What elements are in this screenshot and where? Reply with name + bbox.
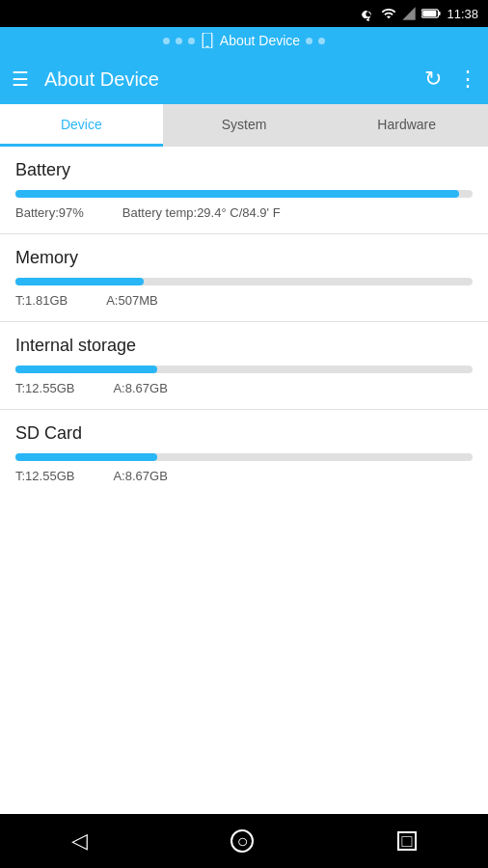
memory-progress-container: [15, 278, 473, 285]
internal-storage-stat-1: T:12.55GB: [15, 381, 74, 395]
svg-rect-2: [423, 11, 437, 16]
memory-section: Memory T:1.81GB A:507MB: [0, 234, 488, 322]
pager-bar: About Device: [0, 27, 488, 54]
tabs-bar: Device System Hardware: [0, 104, 488, 147]
toolbar-actions: ↻ ⋮: [424, 67, 476, 92]
svg-rect-1: [439, 12, 441, 15]
pager-dot-2: [176, 38, 182, 44]
status-time: 11:38: [447, 7, 478, 21]
battery-progress-container: [15, 190, 473, 198]
pager-dot-1: [163, 38, 170, 44]
internal-storage-progress-bar: [15, 366, 157, 373]
main-content: Battery Battery:97% Battery temp:29.4° C…: [0, 147, 488, 497]
toolbar-title: About Device: [44, 68, 424, 91]
battery-progress-bar: [15, 190, 459, 198]
app-toolbar: ☰ About Device ↻ ⋮: [0, 54, 488, 104]
recents-button[interactable]: □: [397, 831, 417, 851]
battery-stat-1: Battery:97%: [15, 205, 84, 220]
pager-dot-4: [306, 38, 312, 44]
memory-stats: T:1.81GB A:507MB: [15, 293, 473, 321]
bottom-nav: ◁ ○ □: [0, 814, 488, 868]
key-icon: [361, 6, 376, 21]
more-options-icon[interactable]: ⋮: [457, 67, 476, 92]
battery-stat-2: Battery temp:29.4° C/84.9' F: [122, 205, 281, 220]
internal-storage-title: Internal storage: [15, 336, 473, 356]
sdcard-title: SD Card: [15, 423, 473, 444]
wifi-icon: [381, 6, 396, 21]
sdcard-stat-2: A:8.67GB: [113, 469, 167, 483]
back-button[interactable]: ◁: [71, 828, 88, 854]
sdcard-stat-1: T:12.55GB: [15, 469, 74, 483]
pager-dot-5: [318, 38, 325, 44]
sdcard-stats: T:12.55GB A:8.67GB: [15, 469, 473, 497]
battery-title: Battery: [15, 160, 473, 180]
pager-dot-3: [188, 38, 195, 44]
memory-title: Memory: [15, 248, 473, 268]
pager-title: About Device: [220, 33, 300, 48]
memory-progress-bar: [15, 278, 144, 285]
sdcard-section: SD Card T:12.55GB A:8.67GB: [0, 410, 488, 497]
sdcard-progress-container: [15, 453, 473, 461]
internal-storage-progress-container: [15, 366, 473, 373]
memory-stat-2: A:507MB: [106, 293, 157, 308]
signal-icon: [401, 6, 417, 21]
tab-device[interactable]: Device: [0, 104, 163, 147]
memory-stat-1: T:1.81GB: [15, 293, 68, 308]
sdcard-progress-bar: [15, 453, 157, 461]
battery-stats: Battery:97% Battery temp:29.4° C/84.9' F: [15, 205, 473, 233]
phone-screen-icon: [201, 33, 214, 48]
home-button[interactable]: ○: [230, 829, 254, 853]
tab-system[interactable]: System: [163, 104, 326, 147]
internal-storage-section: Internal storage T:12.55GB A:8.67GB: [0, 322, 488, 410]
battery-section: Battery Battery:97% Battery temp:29.4° C…: [0, 147, 488, 234]
internal-storage-stat-2: A:8.67GB: [113, 381, 167, 395]
internal-storage-stats: T:12.55GB A:8.67GB: [15, 381, 473, 409]
refresh-icon[interactable]: ↻: [424, 67, 442, 92]
menu-icon[interactable]: ☰: [12, 68, 29, 91]
battery-icon: [421, 8, 441, 19]
tab-hardware[interactable]: Hardware: [325, 104, 488, 147]
svg-rect-3: [203, 33, 212, 48]
status-icons: [361, 6, 441, 21]
status-bar: 11:38: [0, 0, 488, 27]
